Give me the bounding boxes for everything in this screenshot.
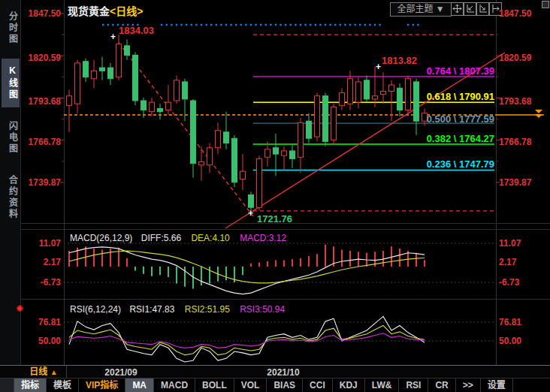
macd-axis-label: 2.17 xyxy=(499,257,516,267)
theme-dropdown[interactable]: 全部主题 ▼ xyxy=(390,2,452,17)
price-axis-label: 1766.78 xyxy=(21,137,61,147)
macd-axis-label: 11.07 xyxy=(499,238,521,249)
price-axis-label: 1766.78 xyxy=(499,137,531,147)
fib-label-0500: 0.500 \ 1777.59 xyxy=(427,114,494,125)
rsi-header: RSI(6,12,24) RSI1:47.83 RSI2:51.95 RSI3:… xyxy=(70,304,285,315)
chart-title: 现货黄金<日线> xyxy=(68,3,143,18)
macd-axis-label: -6.73 xyxy=(499,277,519,288)
move-tool-icon[interactable] xyxy=(451,2,464,16)
chart-canvas[interactable] xyxy=(0,0,550,392)
price-axis-label: 1793.68 xyxy=(21,96,61,107)
trading-app-window: 分时图 K线图 闪电图 合约资料 现货黄金<日线> 全部主题 ▼ 1847.50… xyxy=(0,0,550,392)
price-axis-label: 1847.50 xyxy=(499,8,531,19)
swing-low-label: 1721.76 xyxy=(257,213,292,225)
macd-header: MACD(26,12,9) DIFF:5.66 DEA:4.10 MACD:3.… xyxy=(70,233,286,243)
price-axis-label: 1847.50 xyxy=(21,8,61,19)
price-axis-label: 1739.87 xyxy=(499,177,531,188)
swing-high-label: 1813.82 xyxy=(382,55,417,66)
axis-scale-left-icon[interactable] xyxy=(464,2,476,16)
crosshair-mark: + xyxy=(376,63,381,71)
macd-dea-value: DEA:4.10 xyxy=(191,233,229,243)
fib-label-0236: 0.236 \ 1747.79 xyxy=(427,159,494,170)
macd-axis-label: -6.73 xyxy=(21,277,61,288)
rsi-axis-label: 50.00 xyxy=(499,336,521,346)
fib-label-0618: 0.618 \ 1790.91 xyxy=(427,92,494,102)
macd-axis-label: 2.17 xyxy=(21,257,61,267)
crosshair-mark: + xyxy=(248,210,253,217)
swing-high-label: 1834.03 xyxy=(119,25,154,36)
axis-scale-right-icon[interactable] xyxy=(476,2,489,16)
theme-dropdown-label: 全部主题 xyxy=(397,4,433,14)
price-axis-label: 1820.59 xyxy=(21,53,61,63)
macd-name: MACD(26,12,9) xyxy=(70,233,132,243)
chevron-down-icon: ▼ xyxy=(436,4,445,14)
crosshair-mark: + xyxy=(110,33,116,41)
rsi-axis-label: 76.81 xyxy=(499,317,521,327)
rsi3-value: RSI3:50.94 xyxy=(240,304,285,315)
symbol-name: 现货黄金 xyxy=(68,5,110,17)
fib-label-0764: 0.764 \ 1807.39 xyxy=(427,66,494,77)
period-label: <日线> xyxy=(110,5,143,17)
rsi2-value: RSI2:51.95 xyxy=(185,304,230,315)
macd-axis-label: 11.07 xyxy=(21,238,61,249)
price-axis-label: 1793.68 xyxy=(499,96,531,107)
rsi-name: RSI(6,12,24) xyxy=(70,304,121,315)
price-axis-label: 1739.87 xyxy=(21,177,61,188)
macd-diff-value: DIFF:5.66 xyxy=(141,233,181,243)
price-axis-label: 1820.59 xyxy=(499,53,531,63)
rsi1-value: RSI1:47.83 xyxy=(129,304,174,315)
rsi-axis-label: 50.00 xyxy=(21,336,61,346)
fib-label-0382: 0.382 \ 1764.27 xyxy=(427,134,494,144)
macd-macd-value: MACD:3.12 xyxy=(240,233,286,243)
rsi-axis-label: 76.81 xyxy=(21,317,61,327)
